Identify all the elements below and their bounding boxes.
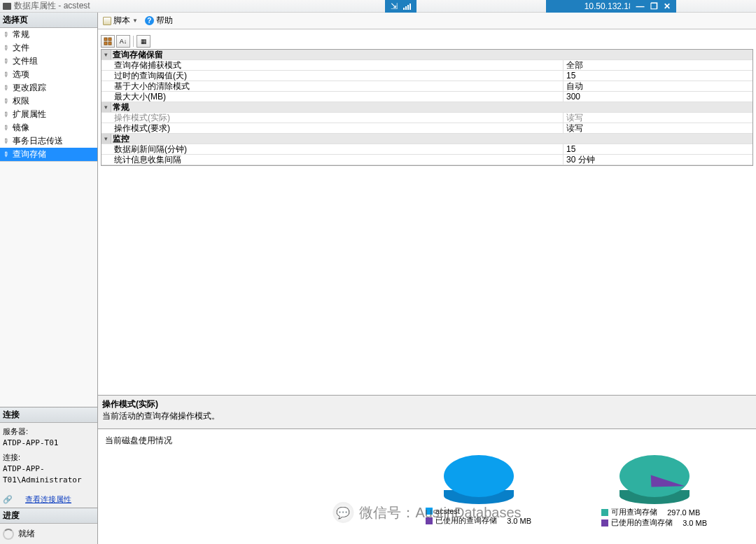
sidebar-item[interactable]: ✎常规	[0, 28, 97, 41]
desc-title: 操作模式(实际)	[102, 398, 752, 410]
server-value: ATDP-APP-T01	[3, 438, 94, 449]
svg-rect-1	[108, 38, 111, 41]
wrench-icon: ✎	[1, 149, 11, 159]
group-name: 查询存储保留	[111, 50, 752, 60]
collapse-icon[interactable]: ▾	[102, 134, 111, 144]
prop-group[interactable]: ▾监控	[102, 134, 752, 144]
prop-value: 读写	[564, 113, 752, 123]
prop-row[interactable]: 最大大小(MB)300	[102, 92, 752, 102]
grid-toolbar: A↓ ▦	[101, 35, 753, 48]
signal-icon	[403, 3, 411, 10]
prop-row[interactable]: 统计信息收集间隔30 分钟	[102, 155, 752, 165]
legend-value: 3.0 MB	[682, 519, 707, 527]
pie-chart-1: acstest 已使用的查询存储 3.0 MB	[426, 455, 531, 528]
wrench-icon: ✎	[1, 29, 11, 39]
prop-key: 最大大小(MB)	[102, 92, 564, 102]
wrench-icon: ✎	[1, 43, 11, 53]
link-icon: 🔗	[3, 495, 13, 503]
database-icon	[3, 3, 11, 10]
prop-value[interactable]: 15	[564, 71, 752, 81]
wrench-icon: ✎	[1, 123, 11, 132]
prop-value[interactable]: 全部	[564, 60, 752, 70]
sidebar-item-label: 权限	[13, 95, 29, 107]
sidebar-item[interactable]: ✎文件	[0, 41, 97, 55]
script-icon	[103, 17, 111, 25]
toolbar: 脚本 ▼ ? 帮助	[98, 13, 756, 29]
prop-key: 基于大小的清除模式	[102, 81, 564, 91]
alphabetize-button[interactable]: A↓	[116, 35, 130, 48]
prop-value[interactable]: 15	[564, 144, 752, 154]
legend-label: acstest	[435, 507, 460, 515]
legend-swatch	[601, 509, 608, 516]
prop-value[interactable]: 300	[564, 92, 752, 102]
sidebar-item-label: 事务日志传送	[13, 135, 63, 147]
prop-row[interactable]: 基于大小的清除模式自动	[102, 81, 752, 92]
connection-header: 连接	[0, 407, 97, 423]
categorize-button[interactable]	[101, 35, 115, 48]
sidebar-item-label: 文件组	[13, 55, 38, 67]
prop-value[interactable]: 自动	[564, 81, 752, 91]
sidebar-item-label: 更改跟踪	[13, 82, 46, 94]
prop-key: 统计信息收集间隔	[102, 155, 564, 165]
collapse-icon[interactable]: ▾	[102, 50, 111, 60]
window-buttons: — ❐ ✕	[630, 0, 676, 13]
pin-icon[interactable]: ⇲	[391, 1, 398, 11]
sidebar-item-label: 镜像	[13, 122, 29, 134]
prop-row: 操作模式(实际)读写	[102, 113, 752, 123]
description-panel: 操作模式(实际) 当前活动的查询存储操作模式。	[98, 395, 756, 428]
server-label: 服务器:	[3, 426, 94, 438]
sidebar-item[interactable]: ✎查询存储	[0, 148, 97, 161]
sidebar-item-label: 文件	[13, 42, 29, 54]
property-grid[interactable]: ▾查询存储保留查询存储捕获模式全部过时的查询阈值(天)15基于大小的清除模式自动…	[101, 49, 753, 166]
sidebar-item[interactable]: ✎事务日志传送	[0, 134, 97, 148]
legend-label: 可用查询存储	[611, 507, 657, 517]
desc-body: 当前活动的查询存储操作模式。	[102, 410, 752, 422]
legend-value: 3.0 MB	[507, 517, 531, 525]
collapse-icon[interactable]: ▾	[102, 102, 111, 112]
progress-header: 进度	[0, 508, 97, 524]
sidebar-item-label: 扩展属性	[13, 109, 46, 120]
prop-group[interactable]: ▾查询存储保留	[102, 50, 752, 60]
grid-extra-button[interactable]: ▦	[136, 35, 150, 48]
prop-value[interactable]: 读写	[564, 123, 752, 133]
minimize-button[interactable]: —	[636, 1, 645, 11]
sidebar-item[interactable]: ✎更改跟踪	[0, 81, 97, 95]
script-button[interactable]: 脚本 ▼	[101, 14, 140, 27]
restore-button[interactable]: ❐	[650, 1, 658, 11]
sidebar-item[interactable]: ✎扩展属性	[0, 108, 97, 121]
svg-rect-3	[108, 42, 111, 45]
dropdown-icon[interactable]: ▼	[132, 18, 138, 24]
group-name: 常规	[111, 102, 752, 112]
help-button[interactable]: ? 帮助	[143, 14, 175, 27]
prop-value[interactable]: 30 分钟	[564, 155, 752, 165]
prop-key: 过时的查询阈值(天)	[102, 71, 564, 81]
legend-label: 已使用的查询存储	[611, 517, 673, 528]
conn-label: 连接:	[3, 452, 94, 463]
prop-row[interactable]: 数据刷新间隔(分钟)15	[102, 144, 752, 155]
wrench-icon: ✎	[1, 69, 11, 79]
wrench-icon: ✎	[1, 96, 11, 106]
sidebar-item[interactable]: ✎文件组	[0, 55, 97, 68]
legend-swatch	[426, 517, 433, 524]
legend-label: 已使用的查询存储	[435, 515, 497, 526]
sidebar-item[interactable]: ✎镜像	[0, 121, 97, 134]
prop-group[interactable]: ▾常规	[102, 102, 752, 113]
group-name: 监控	[111, 134, 752, 144]
close-button[interactable]: ✕	[664, 1, 671, 11]
spinner-icon	[3, 529, 14, 540]
script-label: 脚本	[113, 15, 130, 27]
prop-key: 操作模式(实际)	[102, 113, 564, 123]
prop-row[interactable]: 操作模式(要求)读写	[102, 123, 752, 134]
conn-value: ATDP-APP-T01\Administrator	[3, 463, 94, 487]
prop-key: 数据刷新间隔(分钟)	[102, 144, 564, 154]
prop-row[interactable]: 过时的查询阈值(天)15	[102, 71, 752, 81]
sidebar-item[interactable]: ✎权限	[0, 95, 97, 108]
sidebar: 选择页 ✎常规✎文件✎文件组✎选项✎更改跟踪✎权限✎扩展属性✎镜像✎事务日志传送…	[0, 13, 98, 544]
chart-title: 当前磁盘使用情况	[105, 433, 749, 448]
prop-row[interactable]: 查询存储捕获模式全部	[102, 60, 752, 71]
view-connection-link[interactable]: 查看连接属性	[25, 494, 71, 505]
sidebar-item-label: 查询存储	[13, 148, 46, 160]
svg-rect-0	[104, 38, 107, 41]
sidebar-item[interactable]: ✎选项	[0, 68, 97, 81]
help-label: 帮助	[156, 15, 173, 27]
